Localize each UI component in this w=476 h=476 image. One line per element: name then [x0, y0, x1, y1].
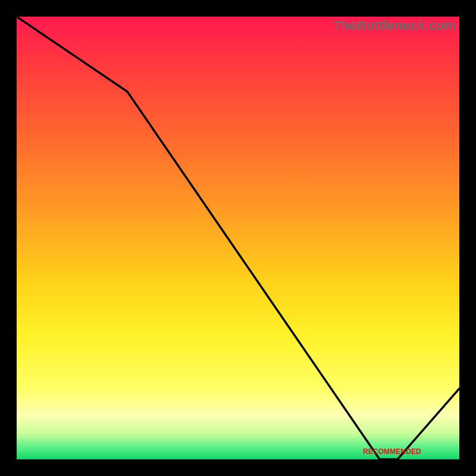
chart-frame: TheBottleneck.com RECOMMENDED: [0, 0, 476, 476]
recommended-label: RECOMMENDED: [363, 447, 421, 456]
plot-area: [17, 17, 459, 459]
watermark-text: TheBottleneck.com: [333, 18, 456, 33]
